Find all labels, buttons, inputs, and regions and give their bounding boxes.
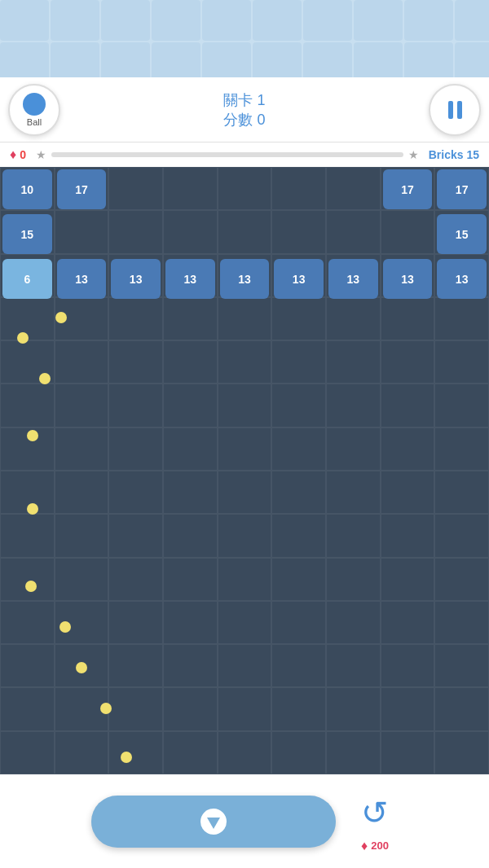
grid-cell	[271, 601, 326, 644]
grid-cell	[108, 210, 163, 253]
game-area[interactable]: 10171717151561313131313131313	[0, 167, 489, 774]
grid-cell	[434, 471, 489, 514]
grid-cell	[163, 558, 218, 601]
grid-cell	[271, 427, 326, 471]
brick-8[interactable]: 13	[57, 259, 107, 299]
grid-cell	[55, 558, 109, 601]
grid-cell	[434, 427, 489, 471]
brick-7[interactable]: 6	[2, 259, 52, 299]
launch-icon	[200, 809, 227, 835]
grid-cell	[326, 514, 381, 557]
grid-cell	[381, 514, 435, 557]
grid-cell	[108, 558, 163, 601]
grid-cell	[108, 471, 163, 514]
ball-1	[17, 332, 29, 344]
brick-10[interactable]: 13	[165, 259, 215, 299]
progress-bar: ★ ★	[36, 148, 419, 161]
grid-cell	[271, 340, 326, 384]
grid-cell	[381, 210, 435, 253]
progress-track	[51, 152, 403, 157]
grid-cell	[271, 167, 326, 210]
grid-cell	[381, 471, 435, 514]
grid-cell	[55, 340, 109, 384]
grid-cell	[163, 471, 218, 514]
grid-cell	[218, 601, 272, 644]
grid-cell	[381, 558, 435, 601]
ball-10	[121, 752, 132, 763]
undo-area: ↺ ♦ 200	[352, 790, 398, 853]
grid-cell	[0, 384, 55, 427]
grid-cell	[163, 210, 218, 253]
grid-cell	[271, 644, 326, 687]
grid-cell	[108, 427, 163, 471]
launch-arrow-icon	[207, 818, 220, 829]
ball-2	[55, 312, 67, 323]
brick-3[interactable]: 17	[383, 169, 433, 209]
gem-icon: ♦	[10, 147, 16, 162]
brick-15[interactable]: 13	[437, 259, 487, 299]
brick-5[interactable]: 15	[2, 214, 52, 254]
brick-14[interactable]: 13	[383, 259, 433, 299]
grid-cell	[326, 384, 381, 427]
brick-6[interactable]: 15	[437, 214, 487, 254]
grid-cell	[55, 384, 109, 427]
grid-cell	[108, 644, 163, 687]
sub-hud-bar: ♦ 0 ★ ★ Bricks 15	[0, 142, 489, 167]
brick-2[interactable]: 17	[57, 169, 107, 209]
grid-cell	[271, 558, 326, 601]
grid-cell	[108, 297, 163, 340]
grid-cell	[163, 514, 218, 557]
bottom-bar: ↺ ♦ 200	[0, 774, 489, 868]
grid-cell	[0, 687, 55, 730]
grid-cell	[381, 427, 435, 471]
grid-cell	[218, 427, 272, 471]
grid-cell	[108, 340, 163, 384]
ball-label: Ball	[27, 117, 42, 127]
star-left-icon: ★	[36, 148, 46, 161]
grid-cell	[218, 731, 272, 774]
grid-cell	[434, 340, 489, 384]
grid-cell	[381, 687, 435, 730]
pause-icon	[448, 101, 462, 119]
grid-cell	[55, 514, 109, 557]
grid-cell	[108, 687, 163, 730]
grid-cell	[163, 427, 218, 471]
ball-6	[25, 581, 37, 592]
grid-cell	[381, 340, 435, 384]
grid-cell	[163, 687, 218, 730]
grid-cell	[108, 167, 163, 210]
brick-4[interactable]: 17	[437, 169, 487, 209]
ball-indicator: Ball	[8, 84, 60, 136]
grid-cell	[218, 558, 272, 601]
undo-gem-icon: ♦	[361, 839, 368, 853]
grid-cell	[218, 210, 272, 253]
grid-cell	[434, 601, 489, 644]
grid-cell	[163, 601, 218, 644]
brick-13[interactable]: 13	[328, 259, 378, 299]
grid-cell	[0, 644, 55, 687]
brick-11[interactable]: 13	[220, 259, 270, 299]
grid-cell	[163, 340, 218, 384]
grid-cell	[271, 687, 326, 730]
pause-button[interactable]	[429, 84, 481, 136]
undo-button[interactable]: ↺	[352, 790, 398, 835]
grid-cell	[271, 471, 326, 514]
grid-cell	[218, 514, 272, 557]
launch-button[interactable]	[91, 796, 336, 848]
brick-12[interactable]: 13	[274, 259, 324, 299]
brick-9[interactable]: 13	[111, 259, 161, 299]
grid-cell	[218, 340, 272, 384]
brick-1[interactable]: 10	[2, 169, 52, 209]
grid-cell	[55, 731, 109, 774]
grid-cell	[163, 384, 218, 427]
ball-4	[27, 430, 38, 441]
grid-cell	[218, 297, 272, 340]
ball-3	[39, 373, 51, 384]
grid-cell	[326, 210, 381, 253]
grid-cell	[381, 601, 435, 644]
grid-cell	[271, 514, 326, 557]
game-grid	[0, 167, 489, 774]
score-area: 關卡 1 分數 0	[60, 90, 429, 129]
grid-cell	[0, 514, 55, 557]
level-display: 關卡 1	[60, 90, 429, 110]
